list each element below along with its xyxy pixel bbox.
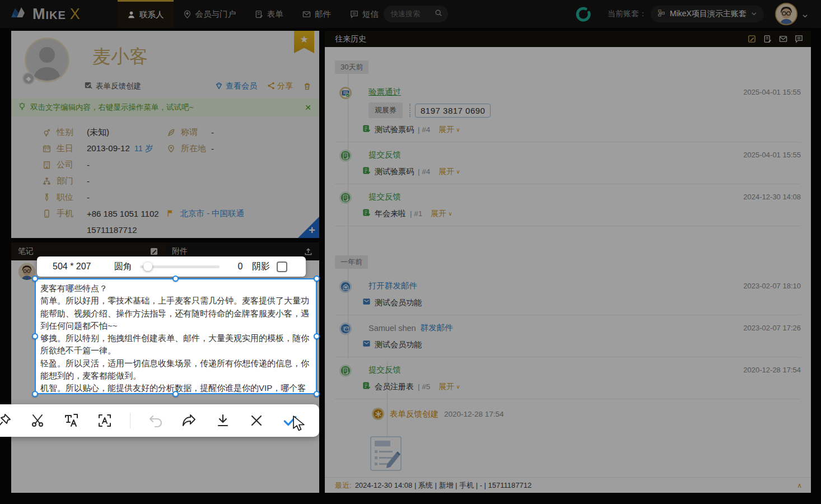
- selection-handle-e[interactable]: [314, 333, 320, 339]
- radius-label: 圆角: [114, 261, 132, 273]
- selection-handle-w[interactable]: [32, 333, 38, 339]
- toolbar-separator: [130, 413, 130, 428]
- translate-tool-icon[interactable]: [63, 412, 80, 429]
- pin-tool-icon[interactable]: [0, 412, 12, 429]
- selection-handle-sw[interactable]: [32, 391, 38, 397]
- shadow-checkbox[interactable]: [277, 262, 287, 272]
- ocr-tool-icon[interactable]: [96, 412, 113, 429]
- selection-handle-se[interactable]: [314, 391, 320, 397]
- undo-icon[interactable]: [147, 412, 164, 429]
- shadow-label: 阴影: [252, 261, 270, 273]
- selection-handle-nw[interactable]: [32, 276, 38, 282]
- download-icon[interactable]: [214, 412, 231, 429]
- radius-slider[interactable]: [140, 262, 220, 271]
- share-forward-icon[interactable]: [181, 412, 198, 429]
- mouse-cursor: [292, 416, 306, 435]
- capture-size-value: 504 * 207: [53, 262, 114, 272]
- radius-value: 0: [234, 262, 246, 272]
- capture-toolbar: [0, 404, 319, 437]
- selection-handle-s[interactable]: [172, 391, 179, 397]
- capture-size-bar: 504 * 207 圆角 0 阴影: [37, 256, 306, 277]
- selection-handle-ne[interactable]: [314, 276, 320, 282]
- app-root: MIKE X 联系人 会员与门户 表单 邮件 短信: [0, 0, 821, 504]
- cancel-capture-icon[interactable]: [248, 412, 265, 429]
- capture-selection[interactable]: 麦客有哪些特点？ 简单。所以好用，零技术基础，上手麦客只需几分钟。麦客提供了大量…: [35, 278, 317, 394]
- note-text: 麦客有哪些特点？ 简单。所以好用，零技术基础，上手麦客只需几分钟。麦客提供了大量…: [36, 279, 316, 393]
- selection-handle-n[interactable]: [172, 276, 179, 282]
- slider-thumb[interactable]: [143, 262, 152, 271]
- cut-tool-icon[interactable]: [29, 412, 46, 429]
